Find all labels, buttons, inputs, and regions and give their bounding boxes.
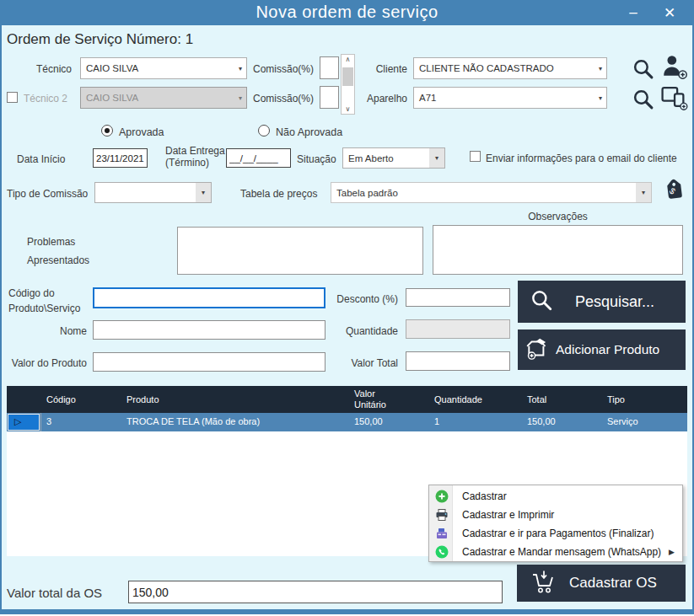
- cliente-label: Cliente: [358, 63, 407, 75]
- scroll-down-icon[interactable]: ∨: [342, 105, 354, 113]
- situacao-value: Em Aberto: [348, 153, 394, 163]
- tabela-precos-label: Tabela de preços: [240, 188, 317, 200]
- table-header: Código Produto Valor Unitário Quantidade…: [7, 386, 687, 413]
- tecnico2-checkbox[interactable]: [7, 92, 18, 103]
- pesquisar-button-label: Pesquisar...: [575, 293, 654, 311]
- search-aparelho-icon[interactable]: [632, 88, 654, 110]
- add-client-icon[interactable]: [661, 54, 688, 79]
- context-menu: Cadastrar Cadastrar e Imprimir Cadastrar…: [428, 485, 683, 562]
- nome-input[interactable]: [93, 320, 325, 340]
- col-total: Total: [527, 394, 546, 404]
- cadastrar-os-button[interactable]: Cadastrar OS: [517, 565, 686, 602]
- tecnico-label: Técnico: [7, 63, 72, 75]
- tipo-comissao-select[interactable]: ▾: [94, 182, 212, 203]
- cart-icon: [530, 568, 557, 598]
- codigo-produto-label-line1: Código do: [8, 286, 80, 301]
- cadastrar-os-button-label: Cadastrar OS: [569, 575, 657, 592]
- pesquisar-button[interactable]: Pesquisar...: [518, 281, 686, 323]
- menu-item-cadastrar-whatsapp[interactable]: Cadastrar e Mandar mensagem (WhatsApp) ▶: [430, 543, 681, 561]
- comissao-scrollbar[interactable]: ∧ ∨: [341, 54, 355, 115]
- cliente-value: CLIENTE NÃO CADASTRADO: [419, 63, 554, 73]
- tecnico2-label: Técnico 2: [24, 93, 67, 104]
- col-codigo: Código: [46, 394, 76, 404]
- chevron-down-icon: ▾: [599, 65, 602, 72]
- title-bar: Nova ordem de serviço – ✕: [0, 0, 694, 25]
- valor-produto-input[interactable]: [93, 352, 325, 372]
- tabela-precos-select[interactable]: Tabela padrão ▾: [331, 182, 652, 203]
- comissao2-input[interactable]: [320, 86, 339, 109]
- scroll-up-icon[interactable]: ∧: [342, 56, 354, 63]
- comissao1-input[interactable]: [320, 56, 339, 79]
- chevron-down-icon: ▾: [636, 183, 651, 202]
- menu-item-cadastrar[interactable]: Cadastrar: [430, 487, 681, 506]
- scrollbar-thumb[interactable]: [342, 67, 353, 86]
- tipo-comissao-label: Tipo de Comissão: [7, 188, 88, 200]
- menu-item-label: Cadastrar e ir para Pagamentos (Finaliza…: [462, 528, 654, 539]
- chevron-down-icon: ▾: [239, 65, 242, 72]
- cash-register-icon: [435, 527, 449, 540]
- problemas-textarea[interactable]: [177, 227, 423, 275]
- codigo-produto-input[interactable]: [93, 287, 325, 308]
- aparelho-label: Aparelho: [358, 93, 407, 104]
- price-tag-icon[interactable]: $: [660, 176, 689, 205]
- data-entrega-label-line2: (Término): [165, 157, 225, 169]
- data-inicio-label: Data Início: [17, 153, 65, 165]
- window-title: Nova ordem de serviço: [0, 3, 694, 22]
- aprovada-radio[interactable]: [101, 125, 113, 137]
- table-row[interactable]: ▷ 3 TROCA DE TELA (Mão de obra) 150,00 1…: [7, 413, 687, 431]
- window-bottom-border: [0, 609, 694, 614]
- data-entrega-label-line1: Data Entrega: [165, 145, 225, 157]
- search-cliente-icon[interactable]: [632, 57, 654, 80]
- valor-total-os-input[interactable]: [128, 581, 503, 603]
- cell-valor-unitario: 150,00: [354, 416, 383, 426]
- comissao1-label: Comissão(%): [253, 63, 314, 75]
- add-device-icon[interactable]: [659, 84, 689, 110]
- adicionar-produto-button-label: Adicionar Produto: [556, 342, 659, 357]
- tecnico-select[interactable]: CAIO SILVA ▾: [80, 57, 247, 79]
- observacoes-textarea[interactable]: [433, 225, 683, 275]
- add-product-box-icon: [525, 335, 551, 364]
- adicionar-produto-button[interactable]: Adicionar Produto: [518, 329, 686, 370]
- data-inicio-input[interactable]: [93, 148, 148, 168]
- valor-total-input[interactable]: [406, 351, 510, 371]
- enviar-email-checkbox[interactable]: [470, 151, 481, 162]
- menu-item-cadastrar-imprimir[interactable]: Cadastrar e Imprimir: [430, 506, 681, 524]
- tecnico-value: CAIO SILVA: [86, 63, 138, 73]
- col-valor-unitario: Valor Unitário: [354, 388, 395, 410]
- nao-aprovada-label: Não Aprovada: [276, 126, 342, 138]
- column-divider: [40, 413, 41, 431]
- cell-tipo: Serviço: [607, 416, 638, 426]
- row-selector[interactable]: ▷: [8, 414, 40, 431]
- page-title: Ordem de Serviço Número: 1: [7, 31, 193, 48]
- menu-item-cadastrar-pagamentos[interactable]: Cadastrar e ir para Pagamentos (Finaliza…: [430, 524, 681, 543]
- submenu-arrow-icon: ▶: [669, 548, 675, 556]
- problemas-label-line2: Apresentados: [27, 251, 89, 270]
- valor-total-os-label: Valor total da OS: [7, 586, 102, 600]
- menu-item-label: Cadastrar e Mandar mensagem (WhatsApp): [462, 546, 661, 558]
- aparelho-select[interactable]: A71 ▾: [413, 87, 607, 109]
- menu-item-label: Cadastrar: [462, 490, 507, 502]
- data-entrega-label: Data Entrega (Término): [165, 145, 225, 169]
- col-produto: Produto: [126, 394, 159, 404]
- cliente-select[interactable]: CLIENTE NÃO CADASTRADO ▾: [413, 57, 607, 79]
- comissao2-label: Comissão(%): [253, 93, 314, 104]
- problemas-label: Problemas Apresentados: [27, 233, 89, 270]
- situacao-label: Situação: [297, 153, 336, 165]
- tecnico2-select: CAIO SILVA ▾: [80, 87, 247, 109]
- chevron-down-icon: ▾: [599, 94, 602, 102]
- data-entrega-input[interactable]: [226, 148, 291, 168]
- printer-icon: [435, 508, 449, 522]
- tabela-precos-value: Tabela padrão: [336, 188, 398, 198]
- codigo-produto-label-line2: Produto\Serviço: [8, 301, 80, 316]
- aprovada-label: Aprovada: [119, 126, 164, 138]
- situacao-select[interactable]: Em Aberto ▾: [342, 147, 445, 169]
- minimize-button[interactable]: –: [622, 0, 644, 25]
- chevron-down-icon: ▾: [239, 94, 242, 102]
- enviar-email-label: Enviar informações para o email do clien…: [486, 153, 677, 164]
- desconto-input[interactable]: [406, 288, 510, 307]
- nome-label: Nome: [7, 325, 87, 337]
- close-button[interactable]: ✕: [656, 0, 683, 25]
- cell-quantidade: 1: [434, 416, 439, 426]
- tecnico2-value: CAIO SILVA: [86, 93, 138, 103]
- nao-aprovada-radio[interactable]: [258, 125, 270, 137]
